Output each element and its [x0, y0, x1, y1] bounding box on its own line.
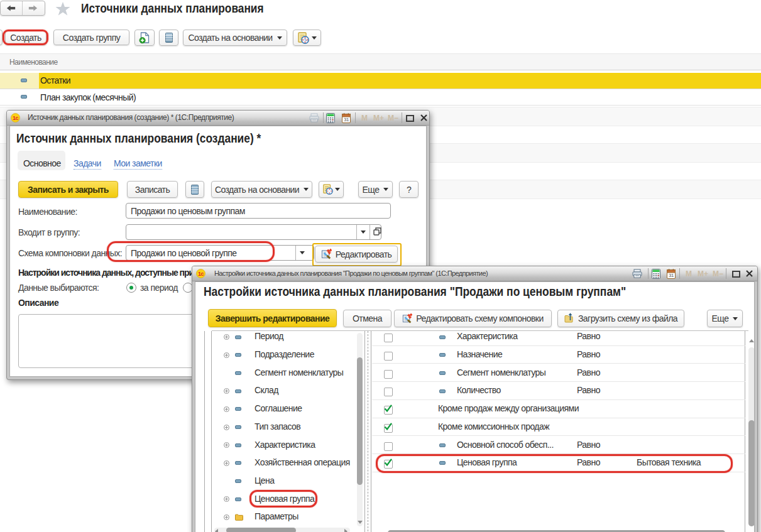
svg-text:31: 31: [669, 273, 674, 278]
svg-text:31: 31: [344, 117, 349, 122]
svg-text:1c: 1c: [198, 271, 204, 277]
svg-text:1c: 1c: [13, 115, 18, 121]
